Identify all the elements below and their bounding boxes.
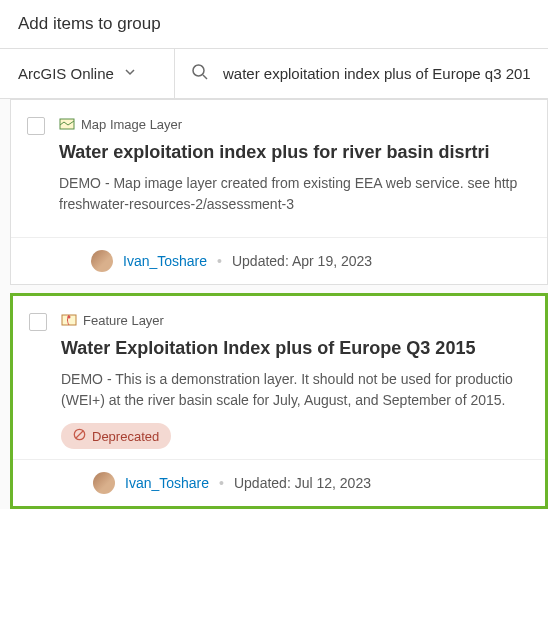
scope-label: ArcGIS Online [18,65,114,82]
select-checkbox[interactable] [27,117,45,135]
search-field[interactable] [175,49,548,98]
svg-point-0 [193,65,204,76]
separator-dot: • [217,253,222,269]
item-title[interactable]: Water Exploitation Index plus of Europe … [61,338,529,359]
updated-text: Updated: Jul 12, 2023 [234,475,371,491]
search-input[interactable] [223,65,532,82]
svg-line-1 [203,75,207,79]
search-icon [191,63,209,85]
map-image-layer-icon [59,116,75,132]
chevron-down-icon [124,66,136,81]
item-description: DEMO - This is a demonstration layer. It… [61,369,529,411]
item-title[interactable]: Water exploitation index plus for river … [59,142,531,163]
updated-text: Updated: Apr 19, 2023 [232,253,372,269]
svg-line-6 [76,431,83,438]
owner-link[interactable]: Ivan_Toshare [123,253,207,269]
item-type-label: Map Image Layer [81,117,182,132]
feature-layer-icon [61,312,77,328]
item-description: DEMO - Map image layer created from exis… [59,173,531,215]
separator-dot: • [219,475,224,491]
item-type-label: Feature Layer [83,313,164,328]
prohibited-icon [73,428,86,444]
result-card: Feature Layer Water Exploitation Index p… [10,293,548,509]
owner-link[interactable]: Ivan_Toshare [125,475,209,491]
avatar [93,472,115,494]
dialog-title: Add items to group [0,0,548,48]
scope-dropdown[interactable]: ArcGIS Online [0,49,175,98]
result-card: Map Image Layer Water exploitation index… [10,99,548,285]
results-list: Map Image Layer Water exploitation index… [0,99,548,509]
select-checkbox[interactable] [29,313,47,331]
avatar [91,250,113,272]
svg-point-4 [68,316,71,319]
filter-bar: ArcGIS Online [0,48,548,99]
deprecated-badge: Deprecated [61,423,171,449]
